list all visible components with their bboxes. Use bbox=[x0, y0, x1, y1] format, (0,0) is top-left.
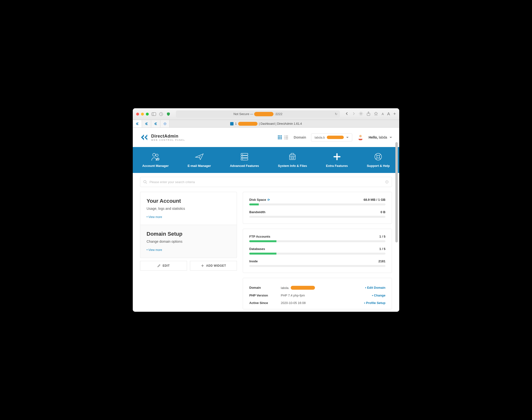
user-greeting[interactable]: Hello, labda bbox=[369, 135, 392, 139]
svg-rect-20 bbox=[285, 138, 288, 139]
profile-setup-link[interactable]: Profile Setup bbox=[364, 301, 385, 305]
pinned-tab-2[interactable] bbox=[142, 120, 151, 127]
svg-rect-12 bbox=[278, 138, 279, 139]
edit-button[interactable]: EDIT bbox=[140, 261, 187, 270]
db-label: Databases bbox=[249, 247, 265, 251]
svg-rect-8 bbox=[281, 135, 282, 136]
domain-info-card: Domain labda. Edit Domain PHP Version PH… bbox=[243, 278, 392, 309]
search-bar[interactable] bbox=[140, 177, 392, 187]
domain-setup-subtitle: Change domain options bbox=[147, 240, 230, 243]
text-size-small-icon[interactable]: A bbox=[381, 112, 384, 116]
svg-rect-6 bbox=[278, 135, 279, 136]
add-widget-button[interactable]: ADD WIDGET bbox=[190, 261, 237, 270]
nav-system-info[interactable]: System Info & Files bbox=[278, 152, 307, 168]
history-icon[interactable] bbox=[159, 112, 163, 116]
search-input[interactable] bbox=[150, 180, 382, 184]
resource-metrics-card: FTP Accounts 1 / 5 Databases 1 / 5 bbox=[243, 229, 392, 273]
grid-view-icon[interactable] bbox=[277, 135, 282, 140]
change-php-link[interactable]: Change bbox=[372, 294, 385, 297]
back-icon[interactable] bbox=[345, 112, 349, 116]
redacted-domain-value bbox=[291, 286, 315, 290]
svg-rect-11 bbox=[281, 137, 282, 138]
svg-rect-7 bbox=[279, 135, 280, 136]
maximize-window-button[interactable] bbox=[146, 113, 149, 116]
edit-domain-link[interactable]: Edit Domain bbox=[365, 286, 385, 290]
bandwidth-value: 0 B bbox=[380, 210, 385, 214]
chevron-down-icon bbox=[346, 137, 349, 138]
sidebar-toggle-icon[interactable] bbox=[152, 112, 156, 116]
browser-tabstrip: 1 | Dashboard | DirectAdmin 1.61.4 bbox=[133, 120, 399, 128]
search-icon bbox=[143, 180, 147, 184]
address-bar[interactable]: Not Secure — :2222 ↻ bbox=[176, 110, 340, 118]
svg-point-32 bbox=[242, 159, 243, 160]
svg-rect-16 bbox=[285, 136, 288, 136]
info-row-php: PHP Version PHP 7.4 php-fpm Change bbox=[249, 292, 385, 299]
settings-gear-icon[interactable] bbox=[359, 111, 363, 117]
domain-select[interactable]: labda.b bbox=[311, 134, 352, 141]
disk-label: Disk Space bbox=[249, 198, 266, 202]
scrollbar[interactable] bbox=[395, 142, 398, 309]
redacted-host bbox=[254, 112, 274, 116]
redacted-tab-host bbox=[238, 122, 258, 126]
your-account-subtitle: Usage, logs and statistics bbox=[147, 207, 230, 210]
pinned-tab-3[interactable] bbox=[151, 120, 160, 127]
text-size-large-icon[interactable]: A bbox=[387, 112, 390, 117]
scrollbar-thumb[interactable] bbox=[395, 142, 398, 242]
window-controls bbox=[136, 113, 149, 116]
svg-point-25 bbox=[156, 154, 158, 156]
svg-rect-34 bbox=[291, 157, 294, 159]
refresh-icon[interactable]: ⟳ bbox=[267, 198, 270, 202]
inode-value: 2181 bbox=[379, 259, 385, 263]
logo[interactable]: DirectAdmin web control panel bbox=[140, 133, 185, 142]
svg-rect-9 bbox=[278, 137, 279, 138]
app-header: DirectAdmin web control panel Domain lab… bbox=[133, 128, 399, 147]
inode-bar bbox=[249, 265, 385, 267]
shield-icon[interactable] bbox=[166, 112, 170, 116]
close-window-button[interactable] bbox=[136, 113, 139, 116]
new-tab-icon[interactable]: + bbox=[393, 111, 396, 117]
domain-setup-viewmore[interactable]: View more bbox=[147, 248, 162, 252]
bandwidth-label: Bandwidth bbox=[249, 210, 265, 214]
info-row-domain: Domain labda. Edit Domain bbox=[249, 284, 385, 292]
svg-point-37 bbox=[144, 180, 146, 183]
svg-point-3 bbox=[360, 113, 362, 114]
your-account-title: Your Account bbox=[147, 198, 230, 204]
nav-advanced-features[interactable]: Advanced Features bbox=[230, 152, 259, 168]
avatar[interactable] bbox=[357, 134, 364, 141]
list-view-icon[interactable] bbox=[283, 135, 289, 140]
svg-rect-13 bbox=[279, 138, 280, 139]
pinned-tab-4[interactable] bbox=[160, 120, 169, 127]
your-account-viewmore[interactable]: View more bbox=[147, 215, 162, 219]
reload-icon[interactable]: ↻ bbox=[335, 112, 337, 116]
forward-icon[interactable] bbox=[352, 112, 355, 116]
svg-rect-29 bbox=[241, 158, 248, 160]
domain-setup-title: Domain Setup bbox=[147, 231, 230, 237]
logo-subtitle: web control panel bbox=[151, 139, 185, 141]
nav-email-manager[interactable]: E-mail Manager bbox=[188, 152, 211, 168]
redacted-domain bbox=[327, 136, 344, 139]
db-bar bbox=[249, 253, 385, 255]
main-nav: Account Manager E-mail Manager Advanced … bbox=[133, 147, 399, 173]
minimize-window-button[interactable] bbox=[141, 113, 144, 116]
disk-bar bbox=[249, 203, 385, 205]
disk-value: 68.9 MB / 1 GB bbox=[364, 198, 385, 202]
search-settings-icon[interactable] bbox=[385, 180, 389, 184]
nav-account-manager[interactable]: Account Manager bbox=[142, 152, 169, 168]
bookmark-star-icon[interactable] bbox=[374, 111, 378, 117]
svg-rect-10 bbox=[279, 137, 280, 138]
address-port: :2222 bbox=[274, 112, 282, 116]
share-icon[interactable] bbox=[366, 111, 370, 117]
svg-rect-19 bbox=[284, 138, 285, 139]
bandwidth-bar bbox=[249, 216, 385, 218]
plus-icon bbox=[201, 264, 204, 267]
pinned-tab-1[interactable] bbox=[133, 120, 142, 127]
svg-rect-14 bbox=[281, 138, 282, 139]
nav-support-help[interactable]: Support & Help bbox=[367, 152, 390, 168]
db-value: 1 / 5 bbox=[379, 247, 385, 251]
usage-metrics-card: Disk Space⟳ 68.9 MB / 1 GB Bandwidth 0 B bbox=[243, 192, 392, 224]
domain-label: Domain bbox=[294, 135, 306, 139]
svg-rect-27 bbox=[241, 153, 248, 155]
browser-titlebar: Not Secure — :2222 ↻ A A + bbox=[133, 108, 399, 120]
favicon-icon bbox=[230, 122, 234, 125]
nav-extra-features[interactable]: Extra Features bbox=[326, 152, 348, 168]
